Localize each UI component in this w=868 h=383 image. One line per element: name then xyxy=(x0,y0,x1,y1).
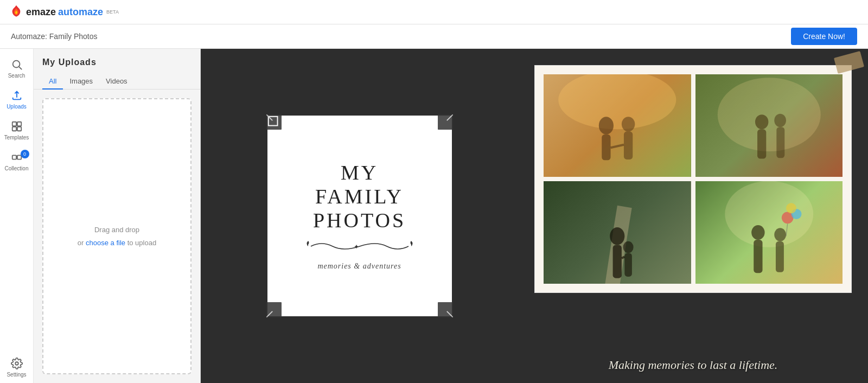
svg-rect-4 xyxy=(12,127,16,131)
sidebar-item-settings[interactable]: Settings xyxy=(0,352,34,383)
drop-zone-text: Drag and drop or choose a file to upload xyxy=(78,224,156,249)
photos-grid xyxy=(534,65,852,293)
second-bar: Automaze: Family Photos Create Now! xyxy=(0,24,868,49)
svg-rect-34 xyxy=(613,245,622,278)
svg-rect-2 xyxy=(12,122,16,126)
svg-point-40 xyxy=(751,225,764,240)
svg-line-25 xyxy=(611,145,624,148)
svg-rect-5 xyxy=(17,127,21,131)
svg-line-37 xyxy=(622,257,624,258)
svg-rect-19 xyxy=(544,74,691,177)
tape-decoration xyxy=(834,51,864,74)
sidebar: Search Uploads Templates xyxy=(0,49,34,383)
canvas-area: MY FAMILY PHOTOS ✦ memories & adv xyxy=(201,49,868,383)
svg-rect-29 xyxy=(757,129,766,158)
svg-rect-36 xyxy=(624,253,632,277)
svg-rect-24 xyxy=(624,131,633,159)
svg-text:✦: ✦ xyxy=(354,243,360,251)
sidebar-templates-label: Templates xyxy=(4,135,29,141)
top-nav: emaze automaze BETA xyxy=(0,0,868,24)
svg-point-46 xyxy=(786,203,796,213)
album-divider: ✦ xyxy=(305,238,414,258)
album-right-page: Making memories to last a lifetime. xyxy=(518,49,868,383)
svg-point-23 xyxy=(622,117,635,131)
sidebar-item-collection[interactable]: 0 Collection xyxy=(0,146,34,177)
canvas-background: MY FAMILY PHOTOS ✦ memories & adv xyxy=(201,49,868,383)
templates-icon xyxy=(11,120,23,132)
svg-point-28 xyxy=(755,114,768,129)
svg-point-27 xyxy=(717,78,820,151)
choose-file-link[interactable]: choose a file xyxy=(86,239,125,247)
sidebar-search-label: Search xyxy=(8,73,25,79)
collection-badge: 0 xyxy=(21,150,29,158)
svg-line-47 xyxy=(786,224,787,236)
album-title-line3: PHOTOS xyxy=(313,209,406,232)
sidebar-item-uploads[interactable]: Uploads xyxy=(0,84,34,115)
logo-flame-icon xyxy=(9,4,24,20)
drop-zone[interactable]: Drag and drop or choose a file to upload xyxy=(42,98,192,374)
svg-rect-3 xyxy=(17,122,21,126)
drop-line2: or xyxy=(78,239,84,247)
drop-line3: to upload xyxy=(127,239,157,247)
main-layout: Search Uploads Templates xyxy=(0,49,868,383)
svg-point-21 xyxy=(599,117,614,135)
svg-rect-22 xyxy=(602,135,610,161)
svg-point-20 xyxy=(558,74,676,129)
create-now-button[interactable]: Create Now! xyxy=(791,28,857,45)
panel-title: My Uploads xyxy=(34,49,200,74)
photo-slot-4 xyxy=(695,181,843,284)
corner-tr-icon xyxy=(438,114,453,130)
svg-point-44 xyxy=(781,212,793,224)
upload-icon xyxy=(11,90,23,101)
svg-point-0 xyxy=(12,61,20,68)
svg-rect-31 xyxy=(776,127,784,158)
svg-point-45 xyxy=(791,209,801,219)
svg-point-35 xyxy=(623,241,634,253)
page-title: Automaze: Family Photos xyxy=(11,32,98,41)
tab-images[interactable]: Images xyxy=(63,74,99,90)
drop-line1: Drag and drop xyxy=(94,226,139,234)
sidebar-item-templates[interactable]: Templates xyxy=(0,115,34,146)
corner-br-icon xyxy=(438,302,453,317)
settings-icon xyxy=(11,358,23,369)
svg-rect-26 xyxy=(695,74,843,177)
photo-slot-2 xyxy=(695,74,843,177)
svg-rect-38 xyxy=(695,181,843,284)
logo-beta-badge: BETA xyxy=(106,9,119,15)
tab-all[interactable]: All xyxy=(42,74,63,90)
svg-line-1 xyxy=(19,67,22,69)
photo-card: MY FAMILY PHOTOS ✦ memories & adv xyxy=(267,116,452,316)
tab-videos[interactable]: Videos xyxy=(99,74,134,90)
bottom-caption: Making memories to last a lifetime. xyxy=(518,358,868,372)
album-title: MY FAMILY PHOTOS xyxy=(313,161,406,232)
svg-point-33 xyxy=(610,227,624,245)
logo: emaze automaze BETA xyxy=(9,4,119,20)
svg-rect-32 xyxy=(544,181,691,284)
search-icon xyxy=(11,59,23,71)
svg-rect-7 xyxy=(17,155,21,159)
corner-bl-icon xyxy=(266,302,282,317)
album-title-line1: MY xyxy=(341,161,378,184)
corner-tl-icon xyxy=(266,114,282,130)
album-title-line2: FAMILY xyxy=(315,185,404,208)
panel-tabs: All Images Videos xyxy=(34,74,200,90)
svg-point-42 xyxy=(774,228,786,241)
photo-slot-1 xyxy=(544,74,691,177)
svg-point-30 xyxy=(774,114,786,127)
sidebar-settings-label: Settings xyxy=(7,372,26,378)
sidebar-uploads-label: Uploads xyxy=(7,104,27,110)
logo-emaze-text: emaze xyxy=(26,7,56,18)
svg-rect-41 xyxy=(754,240,762,273)
svg-point-8 xyxy=(15,362,18,365)
album-left-page: MY FAMILY PHOTOS ✦ memories & adv xyxy=(201,49,518,383)
svg-rect-43 xyxy=(775,241,783,272)
sidebar-item-search[interactable]: Search xyxy=(0,53,34,84)
svg-point-39 xyxy=(725,181,813,247)
sidebar-collection-label: Collection xyxy=(5,165,29,171)
uploads-panel: My Uploads All Images Videos Drag and dr… xyxy=(34,49,201,383)
photo-slot-3 xyxy=(544,181,691,284)
svg-rect-6 xyxy=(12,155,16,159)
logo-automaze-text: automaze xyxy=(58,7,103,18)
album-subtitle: memories & adventures xyxy=(317,262,401,271)
